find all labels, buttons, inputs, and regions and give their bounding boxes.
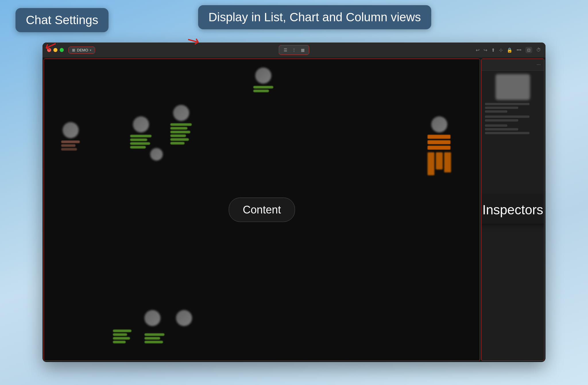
node-bar <box>253 90 269 92</box>
node-bar <box>170 123 192 126</box>
workspace-icon: ⊞ <box>72 48 75 52</box>
node-bar <box>130 142 150 145</box>
node-bar <box>144 333 165 336</box>
node-bar <box>130 135 152 137</box>
sub-node-avatar <box>150 148 163 161</box>
inspector-menu-icon[interactable]: ⋯ <box>537 62 541 67</box>
node-bar <box>113 337 130 340</box>
node-bar <box>144 341 163 343</box>
app-window: ⊞ DEMO ▾ ☰ ⋮ ▦ ↩ ↪ ⬆ ⊹ 🔒 ••• ⊡ ⏱ <box>42 43 546 362</box>
node-bar <box>428 140 450 144</box>
chart-view-button[interactable]: ⋮ <box>290 47 298 53</box>
bottom-left-node-avatar <box>144 310 160 326</box>
view-toggle-group: ☰ ⋮ ▦ <box>279 45 309 55</box>
inspector-toggle-button[interactable]: ⊡ <box>525 47 532 53</box>
bottom-right-node-avatar <box>176 310 192 326</box>
chart-bar <box>444 152 451 172</box>
left-node-avatar <box>63 122 79 138</box>
inspector-section-3 <box>485 124 541 134</box>
more-button[interactable]: ••• <box>517 47 521 53</box>
node-bar <box>130 146 146 149</box>
node-bar <box>170 134 186 137</box>
right-node-avatar <box>431 116 447 132</box>
node-bar <box>170 131 190 133</box>
node-bar <box>61 144 76 147</box>
node-bar <box>61 140 80 143</box>
inspector-field <box>485 119 518 122</box>
chat-settings-tooltip: Chat Settings <box>16 8 109 32</box>
canvas-view[interactable]: Content <box>44 59 480 361</box>
time-button[interactable]: ⏱ <box>536 47 541 53</box>
inspectors-label: Inspectors <box>481 196 544 224</box>
column-view-button[interactable]: ▦ <box>299 47 307 53</box>
top-node-avatar <box>255 68 271 84</box>
chart-bar <box>428 152 434 175</box>
node-bar <box>170 127 187 130</box>
center-left-node-avatar <box>133 116 149 132</box>
list-view-button[interactable]: ☰ <box>281 47 289 53</box>
inspector-field <box>485 110 507 113</box>
display-views-tooltip: Display in List, Chart and Column views <box>198 5 431 29</box>
inspector-section-1 <box>485 103 541 113</box>
inspector-panel: ⋯ Inspecto <box>481 59 544 361</box>
inspector-field <box>485 116 529 118</box>
toolbar-right: ↩ ↪ ⬆ ⊹ 🔒 ••• ⊡ ⏱ <box>476 47 541 53</box>
node-bar <box>113 333 127 336</box>
demo-workspace-button[interactable]: ⊞ DEMO ▾ <box>68 47 95 54</box>
inspector-field <box>485 103 529 105</box>
inspector-field <box>485 124 507 127</box>
node-bar <box>170 142 185 145</box>
workspace-label: DEMO <box>77 48 88 52</box>
node-bar <box>113 330 131 332</box>
node-bar <box>61 148 77 151</box>
inspector-field <box>485 132 529 134</box>
node-bar <box>170 138 189 141</box>
node-bar <box>113 341 126 343</box>
inspector-field <box>485 128 518 130</box>
undo-button[interactable]: ↩ <box>476 47 479 53</box>
lock-button[interactable]: 🔒 <box>507 47 512 53</box>
node-bar <box>144 337 160 340</box>
inspector-thumbnail <box>496 74 530 100</box>
list-view-icon: ☰ <box>284 48 287 52</box>
fit-button[interactable]: ⊹ <box>499 47 503 53</box>
inspector-section-2 <box>485 116 541 122</box>
maximize-button[interactable] <box>60 48 64 52</box>
content-label: Content <box>229 198 295 222</box>
content-area: Content ⋯ <box>42 57 546 362</box>
node-bar <box>428 135 450 139</box>
inspector-header: ⋯ <box>481 59 544 71</box>
redo-button[interactable]: ↪ <box>483 47 487 53</box>
node-bar <box>130 138 147 141</box>
title-bar: ⊞ DEMO ▾ ☰ ⋮ ▦ ↩ ↪ ⬆ ⊹ 🔒 ••• ⊡ ⏱ <box>42 43 546 57</box>
share-button[interactable]: ⬆ <box>491 47 495 53</box>
center-node-avatar <box>173 105 189 121</box>
chart-view-icon: ⋮ <box>292 48 296 52</box>
node-bar <box>428 146 450 150</box>
workspace-chevron: ▾ <box>90 49 91 52</box>
column-view-icon: ▦ <box>301 48 305 52</box>
chart-bar <box>436 152 443 170</box>
node-bar <box>253 86 273 88</box>
inspector-field <box>485 107 518 109</box>
